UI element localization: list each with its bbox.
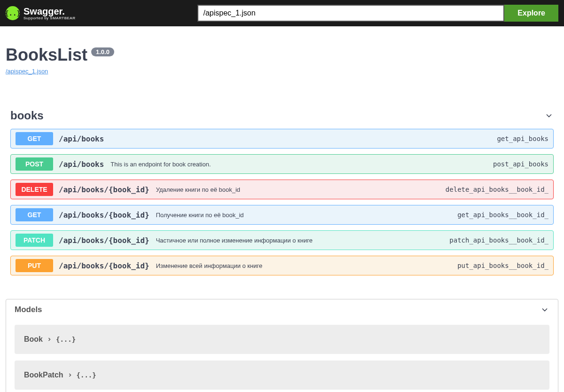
- models-section: Models Book{...}BookPatch{...}: [6, 299, 558, 392]
- operation-get_api_books__book_id_[interactable]: GET/api/books/{book_id}Получение книги п…: [10, 205, 554, 225]
- operation-id: get_api_books__book_id_: [457, 211, 548, 219]
- operation-get_api_books[interactable]: GET/api/booksget_api_books: [10, 129, 554, 149]
- method-badge: PUT: [16, 259, 53, 272]
- tag-header-books[interactable]: books: [10, 109, 554, 122]
- spec-url-input[interactable]: [197, 5, 504, 22]
- explore-button[interactable]: Explore: [504, 5, 558, 22]
- method-badge: PATCH: [16, 234, 53, 247]
- chevron-down-icon: [544, 111, 554, 120]
- version-badge: 1.0.0: [91, 47, 114, 56]
- chevron-right-icon: [47, 337, 52, 342]
- operations-list: GET/api/booksget_api_booksPOST/api/books…: [10, 129, 554, 275]
- operation-description: Получение книги по её book_id: [156, 212, 244, 219]
- tag-section-books: books GET/api/booksget_api_booksPOST/api…: [6, 109, 558, 275]
- operation-patch_api_books__book_id_[interactable]: PATCH/api/books/{book_id}Частичное или п…: [10, 230, 554, 250]
- chevron-right-icon: [67, 372, 73, 378]
- operation-description: Частичное или полное изменение информаци…: [156, 237, 313, 244]
- chevron-down-icon: [540, 305, 549, 314]
- operation-path: /api/books/{book_id}: [59, 185, 149, 194]
- operation-put_api_books__book_id_[interactable]: PUT/api/books/{book_id}Изменение всей ин…: [10, 256, 554, 275]
- page-title: BooksList: [6, 45, 87, 65]
- operation-path: /api/books: [59, 160, 104, 169]
- model-name: BookPatch: [24, 371, 63, 379]
- search-row: Explore: [197, 5, 558, 22]
- operation-post_api_books[interactable]: POST/api/booksThis is an endpoint for bo…: [10, 154, 554, 174]
- models-header[interactable]: Models: [6, 299, 558, 320]
- operation-id: delete_api_books__book_id_: [446, 186, 548, 193]
- swagger-icon: {..}: [6, 6, 20, 20]
- operation-id: patch_api_books__book_id_: [449, 236, 548, 244]
- model-book[interactable]: Book{...}: [15, 325, 549, 354]
- method-badge: DELETE: [16, 183, 53, 196]
- operation-id: get_api_books: [497, 135, 548, 142]
- operation-path: /api/books/{book_id}: [59, 236, 149, 245]
- operation-description: Изменение всей информации о книге: [156, 262, 263, 269]
- operation-description: This is an endpoint for book creation.: [110, 161, 211, 168]
- operation-id: post_api_books: [493, 160, 548, 168]
- model-brace: {...}: [77, 371, 96, 379]
- operation-path: /api/books/{book_id}: [59, 261, 149, 270]
- method-badge: GET: [16, 208, 53, 221]
- operation-path: /api/books/{book_id}: [59, 211, 149, 220]
- title-row: BooksList 1.0.0: [6, 45, 558, 65]
- models-list: Book{...}BookPatch{...}: [6, 320, 558, 392]
- spec-link[interactable]: /apispec_1.json: [6, 68, 48, 75]
- model-name: Book: [24, 335, 43, 344]
- tag-title: books: [10, 109, 44, 122]
- operation-path: /api/books: [59, 134, 104, 143]
- model-bookpatch[interactable]: BookPatch{...}: [15, 361, 549, 390]
- operation-delete_api_books__book_id_[interactable]: DELETE/api/books/{book_id}Удаление книги…: [10, 180, 554, 199]
- logo-text: Swagger.: [24, 6, 75, 17]
- operation-description: Удаление книги по её book_id: [156, 186, 240, 193]
- models-title: Models: [15, 305, 42, 314]
- logo[interactable]: {..} Swagger. Supported by SMARTBEAR: [6, 6, 75, 20]
- logo-subtext: Supported by SMARTBEAR: [24, 16, 75, 20]
- content: BooksList 1.0.0 /apispec_1.json books GE…: [0, 26, 564, 392]
- method-badge: GET: [16, 132, 53, 145]
- operation-id: put_api_books__book_id_: [457, 262, 548, 269]
- method-badge: POST: [16, 157, 53, 171]
- topbar: {..} Swagger. Supported by SMARTBEAR Exp…: [0, 0, 564, 26]
- model-brace: {...}: [56, 336, 76, 343]
